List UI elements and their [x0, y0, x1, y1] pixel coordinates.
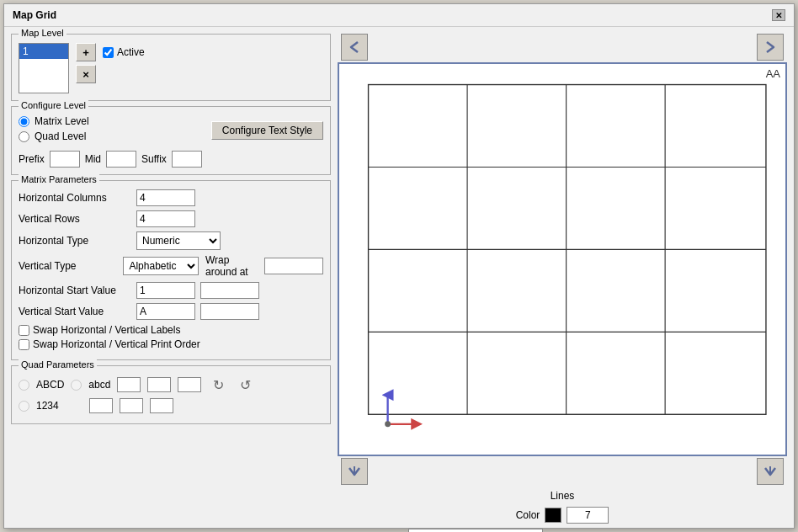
prefix-row: Prefix Mid Suffix [19, 151, 323, 168]
color-row: Color [344, 507, 780, 524]
wrap-v2-input[interactable] [200, 303, 259, 320]
remove-level-button[interactable]: × [76, 65, 96, 83]
aa-label: AA [766, 67, 780, 80]
active-label: Active [117, 46, 145, 58]
bottom-nav [338, 458, 787, 485]
lines-header: Lines [344, 490, 780, 502]
color-label: Color [516, 509, 540, 521]
vertical-type-select[interactable]: Alphabetic Numeric [123, 257, 199, 275]
matrix-params-label: Matrix Parameters [19, 174, 99, 184]
horizontal-columns-label: Horizontal Columns [19, 192, 136, 204]
quad-params-group: Quad Parameters ABCD abcd ↻ ↺ 1234 [11, 365, 331, 424]
quad-level-radio-label: Quad Level [35, 130, 86, 142]
wrap-label: Wrap around at [205, 254, 259, 278]
add-level-button[interactable]: + [76, 43, 96, 61]
suffix-input[interactable] [172, 151, 202, 168]
svg-point-9 [385, 421, 391, 427]
top-nav [338, 34, 787, 61]
configure-level-radios: Matrix Level Quad Level [19, 115, 89, 146]
dialog-content: Map Level 1 + × Active Co [4, 27, 794, 532]
lines-section: Lines Color Line Type Continuous Dashed … [338, 485, 787, 532]
mid-input[interactable] [106, 151, 136, 168]
quad-abcd-lower-label: abcd [88, 379, 110, 391]
prefix-label: Prefix [19, 153, 45, 165]
wrap-row: Wrap around at [199, 254, 323, 278]
swap-hv-labels-checkbox[interactable] [19, 325, 29, 336]
close-button[interactable]: ✕ [772, 9, 785, 21]
horizontal-start-input[interactable] [136, 282, 195, 299]
horizontal-type-label: Horizontal Type [19, 235, 136, 247]
quad-params-label: Quad Parameters [19, 359, 97, 370]
grid-preview-svg [339, 64, 785, 455]
horizontal-type-row: Horizontal Type Numeric Alphabetic [19, 231, 323, 250]
horizontal-type-select[interactable]: Numeric Alphabetic [136, 231, 221, 250]
quad-abcd-radio[interactable] [19, 380, 29, 391]
swap-hv-print-text: Swap Horizontal / Vertical Print Order [33, 338, 200, 350]
quad-1234-label: 1234 [36, 400, 59, 412]
vertical-start-label: Vertical Start Value [19, 306, 136, 317]
active-checkbox[interactable] [103, 47, 114, 58]
wrap-v1-input[interactable] [200, 282, 259, 299]
matrix-level-radio-row: Matrix Level [19, 115, 89, 127]
map-level-section: 1 + × Active [19, 40, 323, 93]
bottom-right-arrow-button[interactable] [757, 458, 784, 485]
wrap-h-input[interactable] [264, 258, 323, 274]
matrix-level-radio[interactable] [19, 116, 29, 127]
refresh-ccw-button[interactable]: ↺ [235, 375, 255, 395]
swap-hv-labels-text: Swap Horizontal / Vertical Labels [33, 324, 180, 336]
map-level-list[interactable]: 1 [19, 43, 69, 93]
horizontal-start-label: Horizontal Start Value [19, 285, 136, 296]
vertical-start-row: Vertical Start Value [19, 303, 323, 320]
map-grid-dialog: Map Grid ✕ Map Level 1 + × [3, 3, 795, 529]
swap-hv-print-row: Swap Horizontal / Vertical Print Order [19, 338, 323, 350]
quad-row-2: 1234 [19, 398, 323, 413]
configure-level-group: Configure Level Matrix Level Quad Level … [11, 106, 331, 175]
vertical-start-input[interactable] [136, 303, 195, 320]
quad-box-3 [178, 377, 201, 392]
color-input[interactable] [567, 507, 609, 524]
configure-level-label: Configure Level [19, 100, 88, 110]
matrix-level-radio-label: Matrix Level [35, 115, 89, 127]
line-type-row: Line Type Continuous Dashed Dotted [344, 529, 780, 532]
quad-box-2 [147, 377, 171, 392]
active-checkbox-row: Active [103, 46, 145, 58]
prefix-input[interactable] [50, 151, 80, 168]
quad-abcd-lower-radio[interactable] [71, 380, 82, 391]
quad-box-1 [117, 377, 141, 392]
quad-box-5 [120, 398, 143, 413]
top-left-arrow-button[interactable] [341, 34, 368, 61]
quad-level-radio-row: Quad Level [19, 130, 89, 142]
color-swatch[interactable] [545, 508, 561, 523]
top-right-arrow-button[interactable] [757, 34, 784, 61]
vertical-type-label: Vertical Type [19, 260, 123, 272]
map-level-group: Map Level 1 + × Active [11, 34, 331, 101]
swap-hv-print-checkbox[interactable] [19, 339, 29, 350]
title-bar: Map Grid ✕ [4, 4, 794, 27]
vertical-rows-label: Vertical Rows [19, 213, 136, 225]
right-panel: AA [338, 34, 787, 532]
quad-box-4 [89, 398, 113, 413]
vertical-rows-row: Vertical Rows [19, 210, 323, 227]
map-level-buttons: + × [76, 43, 96, 83]
quad-1234-radio[interactable] [19, 401, 29, 412]
line-type-select[interactable]: Continuous Dashed Dotted [408, 529, 543, 532]
quad-abcd-label: ABCD [36, 379, 64, 391]
quad-row-1: ABCD abcd ↻ ↺ [19, 375, 323, 395]
mid-label: Mid [85, 153, 101, 165]
suffix-label: Suffix [141, 153, 167, 165]
bottom-left-arrow-button[interactable] [341, 458, 368, 485]
vertical-rows-input[interactable] [136, 210, 195, 227]
horizontal-start-row: Horizontal Start Value [19, 282, 323, 299]
vertical-type-row: Vertical Type Alphabetic Numeric Wrap ar… [19, 254, 323, 278]
swap-hv-labels-row: Swap Horizontal / Vertical Labels [19, 324, 323, 336]
matrix-params-group: Matrix Parameters Horizontal Columns Ver… [11, 180, 331, 360]
refresh-cw-button[interactable]: ↻ [208, 375, 228, 395]
configure-text-style-button[interactable]: Configure Text Style [211, 121, 323, 140]
horizontal-columns-input[interactable] [136, 189, 195, 206]
quad-level-radio[interactable] [19, 131, 29, 142]
map-level-item[interactable]: 1 [19, 44, 68, 59]
quad-box-6 [150, 398, 173, 413]
left-panel: Map Level 1 + × Active Co [11, 34, 331, 532]
horizontal-columns-row: Horizontal Columns [19, 189, 323, 206]
configure-level-header: Matrix Level Quad Level Configure Text S… [19, 115, 323, 146]
